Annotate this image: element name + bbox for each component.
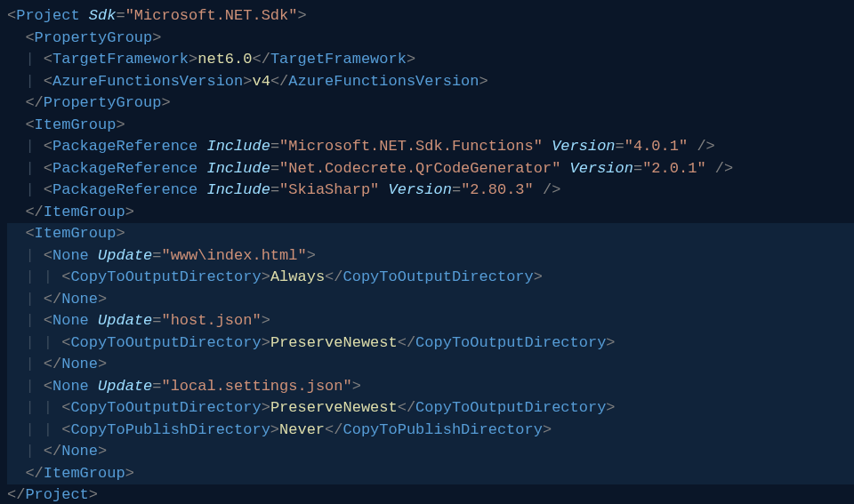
token-tag: None: [52, 247, 89, 264]
code-line[interactable]: | </None>: [7, 289, 854, 311]
code-line[interactable]: | <None Update="local.settings.json">: [7, 376, 854, 398]
code-line[interactable]: <Project Sdk="Microsoft.NET.Sdk">: [7, 5, 854, 28]
token-plain: [534, 181, 543, 198]
token-delim: =: [270, 160, 279, 177]
code-line[interactable]: | <PackageReference Include="SkiaSharp" …: [7, 180, 854, 202]
token-delim: =: [152, 247, 161, 264]
token-delim: =: [616, 138, 624, 155]
code-line[interactable]: | <None Update="www\index.html">: [7, 245, 854, 268]
token-delim: />: [715, 160, 733, 177]
token-tag: TargetFramework: [52, 51, 189, 68]
code-line[interactable]: </PropertyGroup>: [7, 92, 854, 115]
token-delim: <: [61, 268, 70, 285]
token-delim: <: [44, 138, 52, 155]
token-plain: [89, 378, 98, 395]
token-delim: </: [270, 73, 288, 90]
token-delim: </: [252, 51, 270, 68]
token-str: "local.settings.json": [161, 378, 351, 395]
token-str: "Net.Codecrete.QrCodeGenerator": [279, 160, 560, 177]
token-delim: >: [116, 225, 125, 242]
token-delim: >: [606, 399, 615, 416]
code-line[interactable]: | | <CopyToOutputDirectory>PreserveNewes…: [7, 332, 854, 355]
token-delim: =: [633, 160, 642, 177]
code-line[interactable]: | | <CopyToOutputDirectory>PreserveNewes…: [7, 397, 854, 420]
token-delim: <: [44, 160, 52, 177]
code-line[interactable]: </Project>: [7, 484, 854, 504]
code-line[interactable]: | <PackageReference Include="Net.Codecre…: [7, 158, 854, 180]
code-line[interactable]: </ItemGroup>: [7, 202, 854, 224]
token-str: "4.0.1": [624, 138, 688, 155]
token-delim: >: [189, 51, 197, 68]
code-line[interactable]: | | <CopyToPublishDirectory>Never</CopyT…: [7, 420, 854, 442]
token-delim: <: [44, 73, 52, 90]
token-plain: [197, 138, 206, 155]
token-delim: <: [44, 378, 52, 395]
token-attr: Update: [98, 312, 152, 329]
token-tag: ItemGroup: [44, 204, 125, 220]
token-delim: <: [44, 247, 52, 264]
token-delim: <: [25, 116, 34, 133]
code-line[interactable]: <ItemGroup>: [7, 223, 854, 245]
token-plain: [80, 7, 89, 24]
token-delim: >: [534, 268, 543, 285]
code-line[interactable]: | </None>: [7, 354, 854, 376]
token-delim: </: [25, 94, 43, 111]
token-attr: Version: [552, 138, 615, 155]
token-attr: Update: [98, 247, 152, 264]
token-plain: [560, 160, 569, 177]
token-tag: None: [61, 291, 98, 308]
token-delim: >: [606, 334, 615, 351]
token-tag: None: [61, 356, 98, 372]
token-delim: </: [44, 356, 61, 372]
code-line[interactable]: </ItemGroup>: [7, 463, 854, 485]
token-text: PreserveNewest: [270, 334, 398, 351]
token-text: v4: [252, 73, 270, 90]
token-attr: Include: [206, 138, 270, 155]
token-attr: Sdk: [89, 7, 117, 24]
token-plain: [197, 181, 206, 198]
token-delim: <: [7, 7, 16, 24]
code-line[interactable]: | <AzureFunctionsVersion>v4</AzureFuncti…: [7, 71, 854, 93]
token-delim: </: [25, 465, 43, 482]
token-delim: >: [125, 204, 134, 220]
token-tag: Project: [16, 7, 79, 24]
token-plain: [379, 181, 388, 198]
token-delim: <: [25, 29, 34, 46]
token-plain: [197, 160, 206, 177]
token-tag: CopyToOutputDirectory: [415, 399, 606, 416]
code-line[interactable]: | <PackageReference Include="Microsoft.N…: [7, 136, 854, 158]
token-text: Never: [279, 421, 325, 438]
token-delim: >: [270, 421, 279, 438]
token-delim: <: [61, 421, 70, 438]
code-editor[interactable]: <Project Sdk="Microsoft.NET.Sdk"> <Prope…: [0, 0, 854, 504]
token-text: net6.0: [197, 51, 252, 68]
code-line[interactable]: <ItemGroup>: [7, 115, 854, 137]
token-text: PreserveNewest: [270, 399, 398, 416]
token-delim: >: [98, 356, 107, 372]
token-delim: =: [452, 181, 461, 198]
token-delim: >: [161, 94, 170, 111]
token-tag: TargetFramework: [270, 51, 407, 68]
token-delim: =: [152, 312, 161, 329]
token-tag: AzureFunctionsVersion: [52, 73, 243, 90]
code-line[interactable]: | <TargetFramework>net6.0</TargetFramewo…: [7, 49, 854, 71]
token-plain: [89, 312, 98, 329]
token-attr: Version: [570, 160, 633, 177]
token-tag: None: [52, 378, 89, 395]
token-text: Always: [270, 268, 325, 285]
code-line[interactable]: | | <CopyToOutputDirectory>Always</CopyT…: [7, 267, 854, 289]
token-tag: ItemGroup: [44, 465, 125, 482]
token-delim: >: [543, 421, 552, 438]
code-line[interactable]: | </None>: [7, 441, 854, 463]
token-delim: />: [697, 138, 714, 155]
token-tag: CopyToOutputDirectory: [70, 268, 261, 285]
token-tag: PropertyGroup: [44, 94, 162, 111]
token-delim: </: [325, 421, 342, 438]
token-tag: PackageReference: [52, 160, 197, 177]
code-line[interactable]: | <None Update="host.json">: [7, 310, 854, 332]
token-delim: <: [44, 312, 52, 329]
code-line[interactable]: <PropertyGroup>: [7, 28, 854, 50]
token-delim: >: [116, 116, 125, 133]
token-attr: Update: [98, 378, 152, 395]
token-delim: >: [98, 291, 107, 308]
